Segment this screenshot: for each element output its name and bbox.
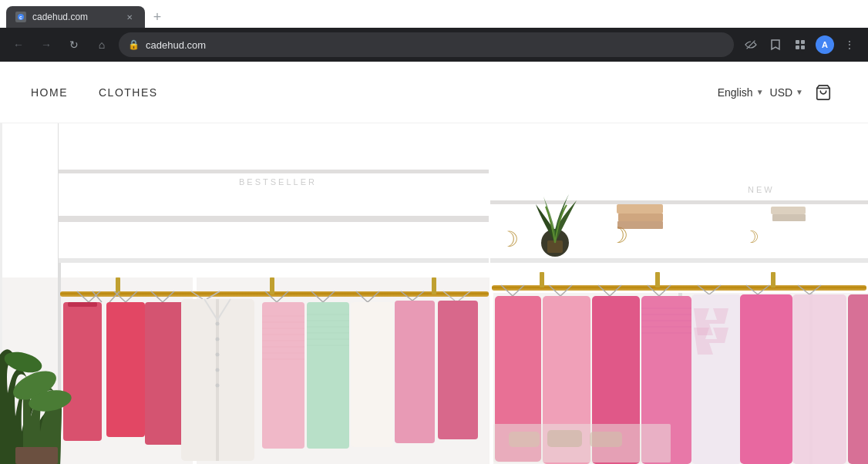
svg-rect-5 [801, 45, 805, 49]
svg-rect-124 [509, 432, 540, 447]
profile-avatar: A [816, 35, 834, 54]
new-tab-button[interactable]: + [148, 8, 167, 26]
home-button[interactable]: ⌂ [91, 34, 113, 55]
svg-rect-50 [106, 302, 145, 437]
currency-text: USD [770, 86, 793, 99]
profile-button[interactable]: A [814, 34, 836, 55]
svg-rect-31 [772, 214, 806, 221]
svg-rect-17 [59, 216, 489, 222]
svg-rect-53 [145, 302, 185, 445]
svg-rect-16 [59, 258, 489, 263]
svg-rect-122 [15, 447, 58, 464]
svg-rect-38 [492, 285, 866, 291]
browser-window: c cadehud.com ✕ + ← → ↻ ⌂ 🔒 cadehud.com [0, 0, 868, 62]
svg-rect-22 [490, 200, 868, 204]
svg-rect-40 [655, 272, 660, 287]
site-nav: HOME CLOTHES [31, 86, 158, 99]
svg-text:☽: ☽ [744, 227, 759, 247]
svg-rect-21 [490, 258, 868, 263]
svg-rect-65 [262, 302, 304, 449]
menu-button[interactable]: ⋮ [839, 34, 860, 55]
tab-title: cadehud.com [32, 12, 117, 22]
svg-rect-47 [68, 302, 97, 307]
address-bar: ← → ↻ ⌂ 🔒 cadehud.com [0, 28, 868, 62]
svg-rect-88 [395, 301, 435, 443]
currency-arrow-icon: ▼ [796, 88, 803, 96]
back-button[interactable]: ← [8, 34, 29, 55]
hero-section: BESTSELLER ☽ ☽ ☽ NEW [0, 123, 868, 464]
header-right: English ▼ USD ▼ [718, 79, 837, 106]
svg-rect-41 [771, 272, 775, 287]
website-content: HOME CLOTHES English ▼ USD ▼ [0, 62, 868, 464]
tab-close-button[interactable]: ✕ [123, 11, 136, 23]
svg-rect-29 [617, 221, 663, 229]
svg-rect-18 [59, 170, 489, 173]
bookmark-button[interactable] [765, 34, 786, 55]
svg-rect-126 [590, 432, 622, 447]
svg-rect-118 [848, 294, 868, 464]
toolbar-icons: A ⋮ [740, 34, 860, 55]
svg-rect-2 [796, 40, 799, 44]
svg-text:BESTSELLER: BESTSELLER [239, 177, 317, 187]
svg-rect-76 [307, 302, 349, 449]
tab-bar: c cadehud.com ✕ + [0, 0, 868, 28]
svg-rect-85 [351, 302, 393, 447]
svg-point-61 [216, 368, 220, 372]
tab-favicon: c [15, 12, 26, 22]
svg-rect-114 [740, 294, 792, 464]
svg-text:c: c [19, 15, 22, 20]
svg-rect-36 [270, 277, 274, 294]
svg-rect-91 [438, 301, 478, 439]
nav-home[interactable]: HOME [31, 86, 68, 99]
svg-rect-30 [771, 207, 806, 214]
nav-clothes[interactable]: CLOTHES [99, 86, 158, 99]
reload-button[interactable]: ↻ [63, 34, 85, 55]
url-bar[interactable]: 🔒 cadehud.com [119, 32, 734, 57]
svg-rect-4 [796, 45, 799, 49]
svg-point-58 [216, 322, 220, 326]
svg-text:NEW: NEW [748, 185, 775, 194]
url-text: cadehud.com [146, 39, 206, 51]
language-selector[interactable]: English ▼ [718, 86, 764, 99]
security-icon: 🔒 [128, 39, 140, 50]
svg-rect-28 [618, 214, 663, 221]
eye-slash-icon[interactable] [740, 34, 762, 55]
svg-rect-27 [617, 204, 663, 214]
svg-point-62 [216, 384, 220, 388]
svg-rect-37 [432, 277, 436, 294]
svg-rect-3 [801, 40, 805, 44]
svg-rect-39 [540, 272, 544, 287]
active-tab[interactable]: c cadehud.com ✕ [6, 6, 145, 28]
language-arrow-icon: ▼ [756, 88, 764, 96]
hero-image: BESTSELLER ☽ ☽ ☽ NEW [0, 123, 868, 464]
site-header: HOME CLOTHES English ▼ USD ▼ [0, 62, 868, 123]
forward-button[interactable]: → [35, 34, 57, 55]
svg-rect-15 [59, 123, 489, 258]
svg-rect-46 [63, 302, 102, 441]
language-text: English [718, 86, 753, 99]
currency-selector[interactable]: USD ▼ [770, 86, 803, 99]
cart-button[interactable] [809, 79, 837, 106]
svg-rect-125 [547, 430, 582, 447]
svg-point-59 [216, 338, 220, 341]
svg-rect-117 [792, 294, 846, 464]
svg-point-60 [216, 353, 220, 357]
extensions-button[interactable] [789, 34, 811, 55]
svg-text:☽: ☽ [500, 227, 519, 251]
